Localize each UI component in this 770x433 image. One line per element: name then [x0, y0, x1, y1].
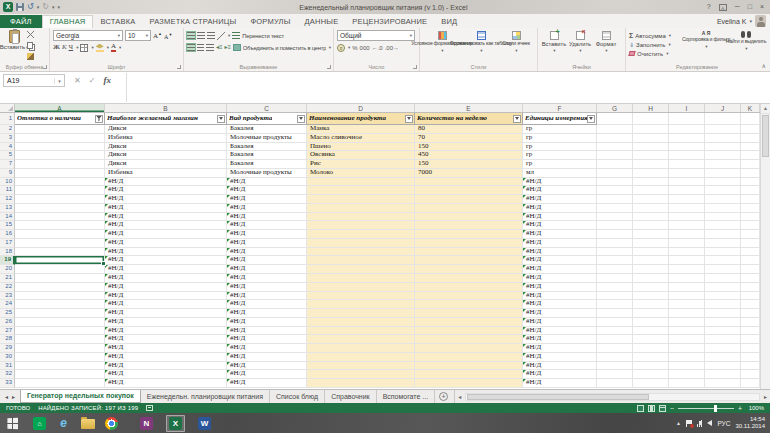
cell[interactable]: Бакалея: [227, 125, 307, 134]
cell[interactable]: #Н/Д: [105, 283, 227, 292]
cell[interactable]: мл: [523, 169, 597, 178]
cell[interactable]: Избенка: [105, 169, 227, 178]
font-dialog-launcher-icon[interactable]: [177, 65, 181, 69]
cell[interactable]: #Н/Д: [227, 370, 307, 379]
clear-button[interactable]: Очистить▾: [629, 49, 686, 58]
row-header[interactable]: 25: [0, 309, 15, 318]
cell[interactable]: 7000: [415, 169, 523, 178]
cell[interactable]: [597, 283, 633, 292]
cell[interactable]: [597, 344, 633, 353]
cell[interactable]: #Н/Д: [105, 379, 227, 388]
increase-font-icon[interactable]: А▲: [153, 31, 162, 40]
cell[interactable]: [307, 335, 415, 344]
merge-center-icon[interactable]: [233, 44, 241, 51]
cell[interactable]: [415, 379, 523, 388]
comma-style-icon[interactable]: 000: [360, 44, 370, 52]
cell[interactable]: [415, 370, 523, 379]
cell[interactable]: #Н/Д: [523, 283, 597, 292]
cell[interactable]: #Н/Д: [523, 353, 597, 362]
cell[interactable]: [597, 151, 633, 160]
row-header[interactable]: 13: [0, 204, 15, 213]
column-header-F[interactable]: F: [523, 104, 597, 112]
cell[interactable]: #Н/Д: [523, 362, 597, 371]
row-header[interactable]: 15: [0, 221, 15, 230]
row-header[interactable]: 5: [0, 151, 15, 160]
column-header-I[interactable]: I: [669, 104, 705, 112]
cell[interactable]: [597, 221, 633, 230]
cell[interactable]: [669, 125, 705, 134]
cell[interactable]: [15, 160, 105, 169]
sheet-tab[interactable]: Список блюд: [270, 390, 325, 403]
cell[interactable]: [597, 195, 633, 204]
macro-record-icon[interactable]: [146, 405, 153, 411]
cell[interactable]: [307, 248, 415, 257]
vertical-scrollbar[interactable]: ▲: [760, 104, 770, 389]
cell-styles-button[interactable]: Стили ячеек▾: [501, 30, 531, 62]
ribbon-tab-рецензирование[interactable]: РЕЦЕНЗИРОВАНИЕ: [345, 15, 434, 28]
cell[interactable]: [705, 195, 741, 204]
format-painter-icon[interactable]: [27, 53, 34, 60]
cell[interactable]: [15, 265, 105, 274]
cell[interactable]: [705, 318, 741, 327]
cell[interactable]: [633, 256, 669, 265]
filter-dropdown-icon[interactable]: [405, 115, 413, 123]
alignment-dialog-launcher-icon[interactable]: [327, 65, 331, 69]
cell[interactable]: [307, 327, 415, 336]
cell[interactable]: [741, 327, 760, 336]
close-button[interactable]: ×: [760, 2, 764, 12]
find-select-button[interactable]: Найти и выделить▾: [726, 30, 766, 62]
cell[interactable]: [741, 169, 760, 178]
cell[interactable]: #Н/Д: [523, 300, 597, 309]
cell[interactable]: [597, 143, 633, 152]
cell[interactable]: #Н/Д: [227, 239, 307, 248]
cell[interactable]: [741, 221, 760, 230]
cell[interactable]: [15, 300, 105, 309]
cell[interactable]: [705, 335, 741, 344]
cell[interactable]: [705, 274, 741, 283]
column-header-E[interactable]: E: [415, 104, 523, 112]
sheet-nav-left-icon[interactable]: ◂: [5, 393, 8, 400]
insert-function-icon[interactable]: fx: [103, 75, 111, 85]
cell[interactable]: [669, 283, 705, 292]
cell[interactable]: [741, 134, 760, 143]
cell[interactable]: Бакалея: [227, 143, 307, 152]
align-middle-icon[interactable]: [197, 32, 205, 39]
cell[interactable]: [669, 344, 705, 353]
cell[interactable]: [15, 344, 105, 353]
cell[interactable]: [415, 213, 523, 222]
underline-button[interactable]: Ч: [69, 43, 74, 52]
cell[interactable]: [415, 283, 523, 292]
cell[interactable]: [705, 125, 741, 134]
row-header[interactable]: 33: [0, 379, 15, 388]
taskbar-excel-icon[interactable]: X: [166, 415, 185, 432]
cell[interactable]: [597, 230, 633, 239]
cell[interactable]: [15, 134, 105, 143]
cell[interactable]: [307, 300, 415, 309]
increase-indent-icon[interactable]: ▸≡: [225, 44, 232, 51]
taskbar-file-explorer-icon[interactable]: [80, 416, 95, 431]
page-layout-view-icon[interactable]: [648, 405, 655, 412]
cell[interactable]: [741, 230, 760, 239]
cell[interactable]: [415, 239, 523, 248]
cell[interactable]: [307, 379, 415, 388]
cell[interactable]: #Н/Д: [523, 265, 597, 274]
cell[interactable]: Масло сливочное: [307, 134, 415, 143]
cell[interactable]: #Н/Д: [523, 344, 597, 353]
cell[interactable]: [669, 370, 705, 379]
cell[interactable]: [741, 143, 760, 152]
cell[interactable]: [307, 204, 415, 213]
cell[interactable]: [633, 362, 669, 371]
cell[interactable]: [633, 230, 669, 239]
enter-formula-icon[interactable]: ✓: [89, 76, 96, 85]
cell[interactable]: #Н/Д: [523, 327, 597, 336]
cell[interactable]: [705, 143, 741, 152]
cell[interactable]: #Н/Д: [105, 239, 227, 248]
cell[interactable]: [669, 318, 705, 327]
cell[interactable]: [633, 379, 669, 388]
cell[interactable]: [15, 379, 105, 388]
sheet-tab[interactable]: Вспомогате ...: [377, 390, 436, 403]
cell[interactable]: #Н/Д: [105, 327, 227, 336]
zoom-slider-thumb[interactable]: [714, 405, 717, 412]
ribbon-tab-вставка[interactable]: ВСТАВКА: [93, 15, 142, 28]
cell[interactable]: [705, 292, 741, 301]
